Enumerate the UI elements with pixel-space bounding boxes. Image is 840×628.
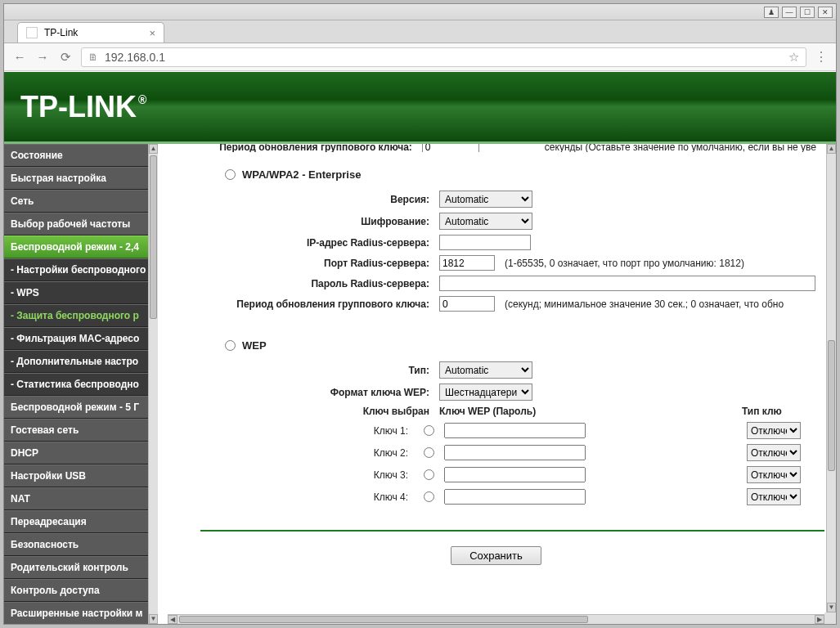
wpa-group-hint: (секунд; минимальное значение 30 сек.; 0… [505, 298, 784, 310]
main-vertical-scrollbar[interactable]: ▲ ▼ [826, 144, 836, 612]
wep-header-type: Тип клю [742, 406, 782, 417]
wep-key-input[interactable] [444, 423, 586, 438]
sidebar-item[interactable]: - WPS [4, 281, 148, 304]
wep-key-row: Ключ 1:Отключе [176, 422, 816, 439]
wep-key-type-select[interactable]: Отключе [747, 444, 801, 461]
main-content: Период обновления группового ключа: секу… [158, 144, 836, 624]
sidebar-item[interactable]: Беспроводной режим - 5 Г [4, 396, 148, 419]
wep-radio[interactable] [225, 340, 236, 351]
sidebar-item[interactable]: Быстрая настройка [4, 167, 148, 190]
sidebar-item[interactable]: Выбор рабочей частоты [4, 213, 148, 236]
sidebar-scroll-thumb[interactable] [150, 155, 157, 319]
wep-key-radio[interactable] [424, 425, 434, 436]
wpa-cipher-label: Шифрование: [176, 216, 439, 227]
scroll-down-icon[interactable]: ▼ [149, 614, 158, 624]
wep-key-type-select[interactable]: Отключе [747, 488, 801, 505]
wep-type-select[interactable]: Automatic [439, 361, 532, 379]
sidebar-item[interactable]: Беспроводной режим - 2,4 [4, 236, 148, 258]
user-button[interactable]: ♟ [764, 7, 779, 18]
main-horizontal-scrollbar[interactable]: ◀ ▶ [168, 614, 824, 624]
scroll-up-icon[interactable]: ▲ [827, 144, 836, 154]
sidebar-scrollbar[interactable]: ▲ ▼ [148, 144, 158, 624]
wep-header-key: Ключ WEP (Пароль) [439, 406, 742, 417]
reload-button[interactable]: ⟳ [58, 50, 73, 65]
scroll-up-icon[interactable]: ▲ [149, 144, 158, 154]
radius-port-label: Порт Radius-сервера: [176, 258, 439, 269]
save-button[interactable]: Сохранить [451, 546, 541, 565]
wpa-group-input[interactable] [439, 296, 495, 312]
main-hscroll-thumb[interactable] [179, 616, 588, 623]
wep-key-header: Ключ выбран Ключ WEP (Пароль) Тип клю [176, 406, 816, 417]
wep-key-type-select[interactable]: Отключе [747, 422, 801, 439]
radius-port-input[interactable] [439, 255, 495, 271]
wep-format-select[interactable]: Шестнадцатери [439, 384, 532, 401]
page-body: СостояниеБыстрая настройкаСетьВыбор рабо… [4, 144, 836, 624]
back-button[interactable]: ← [12, 50, 27, 65]
sidebar-item[interactable]: NAT [4, 487, 148, 510]
registered-icon: ® [138, 93, 146, 106]
tab-strip: TP-Link × [4, 20, 836, 43]
wep-key-row: Ключ 2:Отключе [176, 444, 816, 461]
forward-button[interactable]: → [35, 50, 50, 65]
app-window: ♟ — ☐ ✕ TP-Link × ← → ⟳ 🗎 192.168.0.1 ☆ … [3, 3, 837, 625]
wep-key-label: Ключ 1: [176, 425, 413, 437]
scroll-left-icon[interactable]: ◀ [168, 615, 177, 624]
wep-key-radio[interactable] [424, 491, 434, 502]
wep-header-selected: Ключ выбран [176, 406, 439, 417]
wpa-group-label: Период обновления группового ключа: [176, 298, 439, 310]
main-vscroll-thumb[interactable] [828, 340, 835, 471]
brand-text: TP-LINK [20, 90, 137, 124]
wep-key-label: Ключ 2: [176, 447, 413, 459]
sidebar-item[interactable]: - Настройки беспроводного [4, 258, 148, 281]
sidebar-item[interactable]: - Статистика беспроводно [4, 373, 148, 396]
sidebar-item[interactable]: Состояние [4, 144, 148, 167]
radius-port-hint: (1-65535, 0 означает, что порт про умолч… [505, 258, 744, 269]
sidebar-item[interactable]: Настройки USB [4, 464, 148, 487]
divider [200, 530, 824, 532]
browser-menu-icon[interactable]: ⋮ [815, 49, 828, 65]
wep-key-type-select[interactable]: Отключе [747, 466, 801, 483]
form-area: Период обновления группового ключа: секу… [168, 144, 824, 565]
url-bar: ← → ⟳ 🗎 192.168.0.1 ☆ ⋮ [4, 43, 836, 71]
sidebar-item[interactable]: Переадресация [4, 510, 148, 533]
radius-ip-label: IP-адрес Radius-сервера: [176, 237, 439, 249]
scroll-down-icon[interactable]: ▼ [827, 603, 836, 612]
sidebar-item[interactable]: Безопасность [4, 533, 148, 556]
group-key-input[interactable] [422, 144, 479, 152]
tab-close-icon[interactable]: × [149, 27, 155, 39]
wpa-cipher-select[interactable]: Automatic [439, 213, 532, 230]
sidebar-item[interactable]: Контроль доступа [4, 579, 148, 602]
wep-type-label: Тип: [176, 365, 439, 376]
sidebar-item[interactable]: - Фильтрация MAC-адресо [4, 327, 148, 350]
wpa-enterprise-title: WPA/WPA2 - Enterprise [242, 168, 361, 181]
wpa-enterprise-radio[interactable] [225, 169, 236, 180]
close-window-button[interactable]: ✕ [818, 7, 833, 18]
group-key-label: Период обновления группового ключа: [176, 144, 422, 152]
sidebar-item[interactable]: - Защита беспроводного р [4, 304, 148, 327]
address-input[interactable]: 🗎 192.168.0.1 ☆ [81, 47, 806, 67]
wep-key-radio[interactable] [424, 447, 434, 458]
maximize-button[interactable]: ☐ [800, 7, 815, 18]
sidebar-item[interactable]: Сеть [4, 190, 148, 213]
wep-key-input[interactable] [444, 489, 586, 505]
radius-pass-input[interactable] [439, 276, 815, 291]
sidebar-item[interactable]: - Дополнительные настро [4, 350, 148, 373]
scroll-corner [824, 612, 836, 624]
wep-key-radio[interactable] [424, 469, 434, 480]
bookmark-icon[interactable]: ☆ [788, 50, 799, 65]
sidebar-item[interactable]: Родительский контроль [4, 556, 148, 579]
wpa-version-select[interactable]: Automatic [439, 191, 532, 208]
radius-ip-input[interactable] [439, 235, 531, 250]
minimize-button[interactable]: — [782, 7, 797, 18]
wep-key-label: Ключ 3: [176, 469, 413, 481]
page-viewport: TP-LINK ® СостояниеБыстрая настройкаСеть… [4, 72, 836, 624]
sidebar-wrap: СостояниеБыстрая настройкаСетьВыбор рабо… [4, 144, 158, 624]
sidebar-item[interactable]: Гостевая сеть [4, 419, 148, 442]
wep-key-input[interactable] [444, 467, 586, 482]
sidebar-item[interactable]: Расширенные настройки м [4, 602, 148, 624]
wep-key-input[interactable] [444, 445, 586, 460]
sidebar-item[interactable]: DHCP [4, 442, 148, 464]
scroll-right-icon[interactable]: ▶ [815, 615, 824, 624]
titlebar: ♟ — ☐ ✕ [4, 4, 836, 20]
browser-tab[interactable]: TP-Link × [17, 22, 164, 43]
